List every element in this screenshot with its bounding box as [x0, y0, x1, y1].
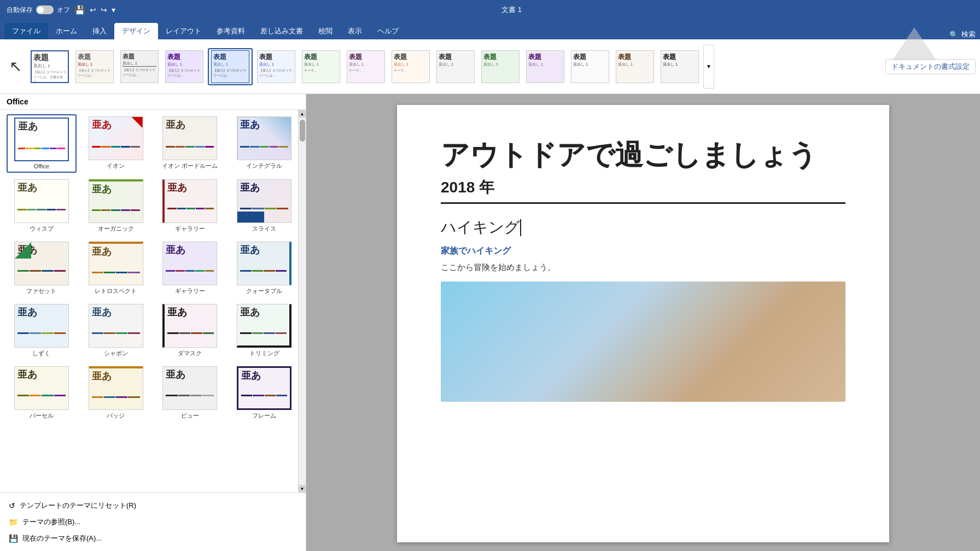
ribbon-theme-5[interactable]: 表題 見出し 1 【挿入】タブのギャラリーには... — [255, 49, 298, 84]
gallery-item-ion[interactable]: 亜あ イオン — [81, 114, 151, 173]
gallery-item-slice[interactable]: 亜あ スライス — [229, 177, 299, 235]
gallery-item-frame[interactable]: 亜あ フレーム — [229, 364, 299, 422]
reset-icon: ↺ — [9, 501, 15, 510]
doc-format-button[interactable]: ドキュメントの書式設定 — [885, 59, 976, 74]
ribbon-theme-1[interactable]: 表題 見出し 1 【挿入】タブのギャラリーには... — [73, 49, 116, 84]
gallery-panel-header: Office — [0, 94, 306, 110]
footer-reset-label: テンプレートのテーマにリセット(R) — [20, 501, 136, 511]
doc-subtitle: 家族でハイキング — [441, 245, 845, 257]
gallery-item-label: ギャラリー — [175, 225, 205, 233]
ribbon-theme-default[interactable]: 表題 見出し 1 【挿入】タブのギャラリーには、文書全体の... — [28, 49, 71, 84]
gallery-item-office[interactable]: 亜あ Office — [7, 114, 77, 173]
search-area: 🔍 検索 — [949, 30, 976, 39]
ribbon-theme-10[interactable]: 表題 見出し 1 — [479, 49, 522, 84]
tab-insert[interactable]: 挿入 — [85, 23, 114, 39]
doc-section-title: ハイキング — [441, 217, 845, 238]
gallery-item-label: レトロスペクト — [95, 287, 137, 295]
ribbon-theme-9[interactable]: 表題 見出し 1 — [434, 49, 477, 84]
savetheme-icon: 💾 — [9, 534, 18, 543]
gallery-item-parcel[interactable]: 亜あ パーセル — [7, 364, 77, 422]
tab-design[interactable]: デザイン — [114, 23, 158, 39]
tab-view[interactable]: 表示 — [340, 23, 370, 39]
gallery-scroll-area[interactable]: 亜あ Office 亜あ — [0, 110, 306, 493]
ribbon-scroll-right[interactable]: ▼ — [703, 45, 714, 89]
footer-browse[interactable]: 📁 テーマの参照(B)... — [7, 514, 299, 530]
gallery-item-label: インテグラル — [246, 162, 282, 170]
gallery-item-label: ファセット — [26, 287, 56, 295]
gallery-item-retrospect[interactable]: 亜あ レトロスペクト — [81, 239, 151, 297]
document-title: 文書 1 — [501, 5, 522, 15]
gallery-item-view[interactable]: 亜あ ビュー — [155, 364, 225, 422]
ribbon-theme-3[interactable]: 表題 見出し 1 【挿入】タブのギャラリーには... — [163, 49, 206, 84]
gallery-item-gallery2[interactable]: 亜あ ギャラリー — [155, 239, 225, 297]
footer-browse-label: テーマの参照(B)... — [22, 517, 80, 527]
gallery-grid: 亜あ Office 亜あ — [7, 114, 299, 422]
tab-help[interactable]: ヘルプ — [370, 23, 406, 39]
tab-file[interactable]: ファイル — [4, 23, 48, 39]
ribbon-theme-13[interactable]: 表題 見出し 1 — [614, 49, 656, 84]
gallery-item-trimming[interactable]: 亜あ トリミング — [229, 302, 299, 360]
gallery-item-label: しずく — [32, 349, 50, 357]
tab-mailings[interactable]: 差し込み文書 — [253, 23, 311, 39]
gallery-item-label: Office — [34, 163, 50, 169]
gallery-item-damask[interactable]: 亜あ ダマスク — [155, 302, 225, 360]
gallery-item-facet[interactable]: 亜あ ファセット — [7, 239, 77, 297]
gallery-item-badge[interactable]: 亜あ バッジ — [81, 364, 151, 422]
gallery-item-gallery1[interactable]: 亜あ ギャラリー — [155, 177, 225, 235]
gallery-item-label: ギャラリー — [175, 287, 205, 295]
gallery-item-boardroom[interactable]: 亜あ イオン ボードルーム — [155, 114, 225, 173]
gallery-item-label: イオン ボードルーム — [162, 162, 218, 170]
doc-title: アウトドアで過ごしましょう — [441, 138, 845, 172]
ribbon-content: ↖ 表題 見出し 1 【挿入】タブのギャラリーには、文書全体の... 表題 見出… — [0, 39, 980, 94]
ribbon-theme-12[interactable]: 表題 見出し 1 — [569, 49, 611, 84]
scrollbar-thumb[interactable] — [300, 120, 305, 142]
redo-icon[interactable]: ↪ — [101, 5, 107, 14]
doc-area: アウトドアで過ごしましょう 2018 年 ハイキング 家族でハイキング ここから… — [306, 94, 980, 551]
more-icon[interactable]: ▾ — [112, 5, 115, 14]
search-label[interactable]: 検索 — [961, 30, 976, 39]
ribbon-theme-7[interactable]: 表題 見出し 1 テーマ... — [345, 49, 387, 84]
search-icon: 🔍 — [949, 31, 958, 39]
tab-review[interactable]: 校閲 — [311, 23, 340, 39]
ribbon-theme-14[interactable]: 表題 見出し 1 — [658, 49, 701, 84]
ribbon-theme-8[interactable]: 表題 見出し 1 テーマ... — [389, 49, 432, 84]
gallery-item-label: トリミング — [249, 349, 279, 357]
doc-page: アウトドアで過ごしましょう 2018 年 ハイキング 家族でハイキング ここから… — [397, 105, 889, 542]
scrollbar-up[interactable]: ▲ — [299, 110, 306, 118]
autosave-status: オフ — [57, 5, 70, 15]
gallery-item-label: フレーム — [252, 412, 276, 420]
ribbon-theme-6[interactable]: 表題 見出し 1 テーマ... — [300, 49, 342, 84]
doc-image — [441, 282, 845, 402]
text-cursor — [520, 219, 521, 236]
autosave-label: 自動保存 — [7, 5, 33, 15]
autosave-toggle[interactable] — [36, 5, 54, 14]
ribbon-tabs: ファイル ホーム 挿入 デザイン レイアウト 参考資料 差し込み文書 校閲 表示… — [0, 20, 980, 39]
footer-save[interactable]: 💾 現在のテーマを保存(A)... — [7, 530, 299, 547]
ribbon-theme-4[interactable]: 表題 見出し 1 【挿入】タブのギャラリーには... — [208, 48, 253, 85]
tab-references[interactable]: 参考資料 — [209, 23, 253, 39]
title-bar: 自動保存 オフ 💾 ↩ ↪ ▾ 文書 1 — [0, 0, 980, 20]
gallery-item-quotable[interactable]: 亜あ クォータブル — [229, 239, 299, 297]
footer-reset[interactable]: ↺ テンプレートのテーマにリセット(R) — [7, 497, 299, 514]
ribbon-theme-2[interactable]: 表題 見出し 1 【挿入】タブのギャラリーには... — [118, 49, 161, 84]
gallery-item-label: シャボン — [104, 349, 128, 357]
scrollbar-down[interactable]: ▼ — [299, 485, 306, 493]
doc-divider — [441, 202, 845, 204]
gallery-item-integral[interactable]: 亜あ インテグラル — [229, 114, 299, 173]
gallery-item-label: ビュー — [181, 412, 199, 420]
tab-home[interactable]: ホーム — [48, 23, 85, 39]
footer-save-label: 現在のテーマを保存(A)... — [22, 534, 102, 543]
ribbon-theme-11[interactable]: 表題 見出し 1 — [524, 49, 567, 84]
undo-icon[interactable]: ↩ — [90, 5, 96, 14]
gallery-item-shizuku[interactable]: 亜あ しずく — [7, 302, 77, 360]
main-area: Office 亜あ — [0, 94, 980, 551]
gallery-footer: ↺ テンプレートのテーマにリセット(R) 📁 テーマの参照(B)... 💾 現在… — [0, 493, 306, 551]
gallery-item-label: バッジ — [107, 412, 125, 420]
save-icon[interactable]: 💾 — [74, 5, 85, 15]
gallery-item-whisp[interactable]: 亜あ ウィスプ — [7, 177, 77, 235]
gallery-scrollbar[interactable]: ▲ ▼ — [298, 110, 306, 493]
gallery-item-organic[interactable]: 亜あ オーガニック — [81, 177, 151, 235]
gallery-item-label: スライス — [252, 225, 276, 233]
gallery-item-shabon[interactable]: 亜あ シャボン — [81, 302, 151, 360]
tab-layout[interactable]: レイアウト — [158, 23, 209, 39]
